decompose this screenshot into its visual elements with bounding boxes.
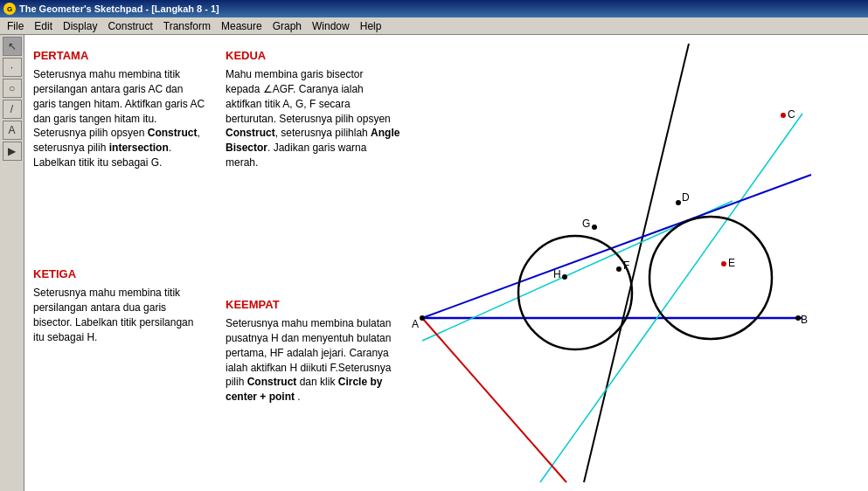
ketiga-text: Seterusnya mahu membina titik persilanga… (33, 286, 199, 344)
kedua-title: KEDUA (226, 48, 400, 64)
menu-edit[interactable]: Edit (29, 19, 58, 33)
svg-text:H: H (553, 268, 561, 280)
keempat-title: KEEMPAT (226, 297, 409, 313)
app-icon: G (3, 3, 16, 15)
svg-point-16 (721, 261, 726, 266)
panel-kedua: KEDUA Mahu membina garis bisector kepada… (226, 48, 400, 170)
canvas-area[interactable]: A B C D E F G H PERTAMA (24, 35, 868, 491)
svg-point-6 (518, 236, 632, 349)
panel-pertama: PERTAMA Seterusnya mahu membina titik pe… (33, 48, 208, 170)
menu-file[interactable]: File (2, 19, 29, 33)
panel-keempat: KEEMPAT Seterusnya mahu membina bulatan … (226, 297, 409, 405)
svg-text:B: B (801, 314, 808, 326)
svg-text:G: G (582, 218, 590, 230)
svg-line-2 (540, 114, 802, 482)
svg-point-20 (592, 225, 597, 230)
menu-measure[interactable]: Measure (216, 19, 267, 33)
svg-point-12 (781, 113, 786, 118)
svg-text:C: C (788, 108, 795, 121)
panel-ketiga: KETIGA Seterusnya mahu membina titik per… (33, 266, 199, 344)
menu-help[interactable]: Help (355, 19, 387, 33)
pertama-text: Seterusnya mahu membina titik persilanga… (33, 67, 208, 170)
svg-point-14 (676, 200, 681, 205)
menu-transform[interactable]: Transform (158, 19, 216, 33)
keempat-text: Seterusnya mahu membina bulatan pusatnya… (226, 316, 409, 405)
toolbar: ↖ · ○ / A ▶ (0, 35, 24, 491)
menu-display[interactable]: Display (58, 19, 102, 33)
main-area: ↖ · ○ / A ▶ (0, 35, 868, 491)
ketiga-title: KETIGA (33, 266, 199, 282)
svg-line-4 (422, 175, 811, 318)
svg-text:A: A (412, 318, 419, 330)
svg-text:F: F (623, 259, 629, 272)
svg-point-8 (420, 315, 425, 321)
menu-bar: File Edit Display Construct Transform Me… (0, 17, 868, 35)
title-bar: G The Geometer's Sketchpad - [Langkah 8 … (0, 0, 868, 17)
tool-circle[interactable]: ○ (3, 79, 22, 98)
tool-custom[interactable]: ▶ (3, 142, 22, 161)
svg-line-5 (422, 318, 566, 482)
menu-graph[interactable]: Graph (267, 19, 307, 33)
svg-point-7 (649, 217, 772, 339)
tool-select[interactable]: ↖ (3, 37, 22, 56)
svg-text:E: E (728, 257, 735, 269)
svg-point-18 (616, 266, 621, 272)
pertama-title: PERTAMA (33, 48, 208, 64)
tool-point[interactable]: · (3, 58, 22, 77)
window-title: The Geometer's Sketchpad - [Langkah 8 - … (19, 3, 219, 14)
tool-line[interactable]: / (3, 100, 22, 119)
kedua-text: Mahu membina garis bisector kepada ∠AGF.… (226, 67, 400, 170)
menu-construct[interactable]: Construct (102, 19, 157, 33)
svg-text:D: D (682, 191, 690, 204)
svg-point-22 (562, 274, 567, 280)
menu-window[interactable]: Window (307, 19, 355, 33)
svg-line-1 (584, 44, 689, 482)
tool-text[interactable]: A (3, 121, 22, 140)
